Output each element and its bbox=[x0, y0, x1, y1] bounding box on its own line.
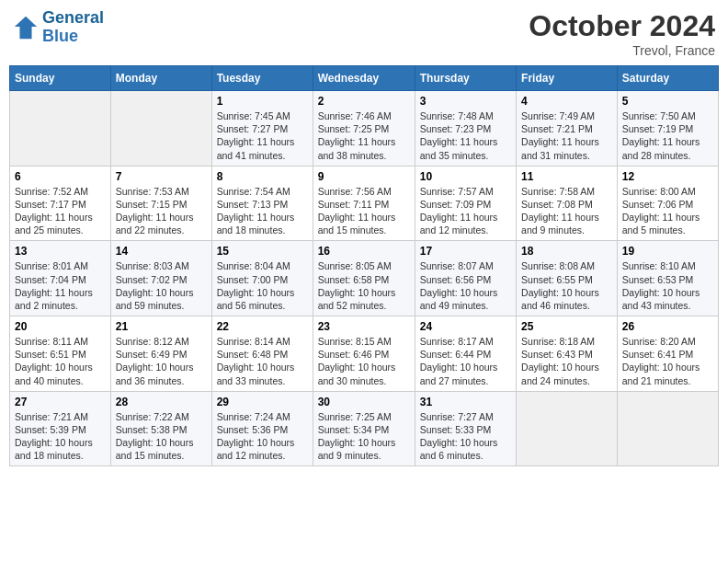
calendar-cell: 26Sunrise: 8:20 AM Sunset: 6:41 PM Dayli… bbox=[617, 316, 718, 392]
calendar-cell: 22Sunrise: 8:14 AM Sunset: 6:48 PM Dayli… bbox=[211, 316, 313, 392]
day-info: Sunrise: 7:54 AM Sunset: 7:13 PM Dayligh… bbox=[217, 185, 308, 237]
day-number: 23 bbox=[318, 320, 410, 333]
calendar-week-row: 1Sunrise: 7:45 AM Sunset: 7:27 PM Daylig… bbox=[10, 91, 719, 167]
day-number: 11 bbox=[521, 170, 612, 183]
calendar-cell: 31Sunrise: 7:27 AM Sunset: 5:33 PM Dayli… bbox=[415, 391, 516, 466]
weekday-header-cell: Thursday bbox=[415, 66, 516, 91]
calendar-week-row: 20Sunrise: 8:11 AM Sunset: 6:51 PM Dayli… bbox=[10, 316, 719, 392]
day-number: 8 bbox=[217, 170, 308, 183]
calendar-cell: 15Sunrise: 8:04 AM Sunset: 7:00 PM Dayli… bbox=[211, 241, 313, 316]
day-info: Sunrise: 8:18 AM Sunset: 6:43 PM Dayligh… bbox=[521, 335, 612, 387]
logo: General Blue bbox=[13, 9, 104, 46]
day-number: 29 bbox=[217, 396, 308, 408]
day-info: Sunrise: 8:04 AM Sunset: 7:00 PM Dayligh… bbox=[217, 259, 308, 312]
day-number: 3 bbox=[420, 95, 511, 108]
day-number: 19 bbox=[622, 245, 713, 258]
day-number: 7 bbox=[116, 170, 207, 183]
calendar-cell: 21Sunrise: 8:12 AM Sunset: 6:49 PM Dayli… bbox=[110, 316, 211, 392]
calendar-cell: 3Sunrise: 7:48 AM Sunset: 7:23 PM Daylig… bbox=[415, 91, 516, 167]
calendar-cell: 18Sunrise: 8:08 AM Sunset: 6:55 PM Dayli… bbox=[517, 241, 618, 316]
weekday-header-cell: Sunday bbox=[10, 66, 111, 91]
day-number: 6 bbox=[15, 170, 106, 183]
day-number: 2 bbox=[318, 95, 410, 108]
day-info: Sunrise: 8:17 AM Sunset: 6:44 PM Dayligh… bbox=[420, 335, 511, 387]
calendar-cell: 12Sunrise: 8:00 AM Sunset: 7:06 PM Dayli… bbox=[617, 166, 718, 241]
day-number: 4 bbox=[521, 95, 612, 108]
day-number: 12 bbox=[622, 170, 713, 183]
day-info: Sunrise: 8:12 AM Sunset: 6:49 PM Dayligh… bbox=[116, 335, 207, 387]
calendar-cell: 27Sunrise: 7:21 AM Sunset: 5:39 PM Dayli… bbox=[10, 391, 111, 466]
day-info: Sunrise: 8:05 AM Sunset: 6:58 PM Dayligh… bbox=[318, 259, 410, 312]
calendar-cell: 10Sunrise: 7:57 AM Sunset: 7:09 PM Dayli… bbox=[415, 166, 516, 241]
day-info: Sunrise: 7:24 AM Sunset: 5:36 PM Dayligh… bbox=[217, 410, 308, 463]
day-info: Sunrise: 7:50 AM Sunset: 7:19 PM Dayligh… bbox=[622, 109, 713, 162]
weekday-header-cell: Tuesday bbox=[211, 66, 313, 91]
calendar-cell bbox=[517, 391, 618, 466]
weekday-header-cell: Friday bbox=[517, 66, 618, 91]
day-info: Sunrise: 8:03 AM Sunset: 7:02 PM Dayligh… bbox=[116, 259, 207, 312]
calendar-week-row: 6Sunrise: 7:52 AM Sunset: 7:17 PM Daylig… bbox=[10, 166, 719, 241]
calendar-cell: 8Sunrise: 7:54 AM Sunset: 7:13 PM Daylig… bbox=[211, 166, 313, 241]
calendar-cell: 24Sunrise: 8:17 AM Sunset: 6:44 PM Dayli… bbox=[415, 316, 516, 392]
day-info: Sunrise: 7:22 AM Sunset: 5:38 PM Dayligh… bbox=[116, 410, 207, 463]
weekday-header-cell: Wednesday bbox=[313, 66, 415, 91]
calendar-cell: 19Sunrise: 8:10 AM Sunset: 6:53 PM Dayli… bbox=[617, 241, 718, 316]
day-number: 1 bbox=[217, 95, 308, 108]
calendar-cell: 25Sunrise: 8:18 AM Sunset: 6:43 PM Dayli… bbox=[517, 316, 618, 392]
day-info: Sunrise: 7:48 AM Sunset: 7:23 PM Dayligh… bbox=[420, 109, 511, 162]
day-number: 17 bbox=[420, 245, 511, 258]
day-info: Sunrise: 8:14 AM Sunset: 6:48 PM Dayligh… bbox=[217, 335, 308, 387]
day-info: Sunrise: 7:52 AM Sunset: 7:17 PM Dayligh… bbox=[15, 185, 106, 237]
calendar-week-row: 13Sunrise: 8:01 AM Sunset: 7:04 PM Dayli… bbox=[10, 241, 719, 316]
weekday-header-row: SundayMondayTuesdayWednesdayThursdayFrid… bbox=[10, 66, 719, 91]
day-info: Sunrise: 7:58 AM Sunset: 7:08 PM Dayligh… bbox=[521, 185, 612, 237]
calendar-cell: 14Sunrise: 8:03 AM Sunset: 7:02 PM Dayli… bbox=[110, 241, 211, 316]
calendar-cell: 28Sunrise: 7:22 AM Sunset: 5:38 PM Dayli… bbox=[110, 391, 211, 466]
calendar-cell: 2Sunrise: 7:46 AM Sunset: 7:25 PM Daylig… bbox=[313, 91, 415, 167]
day-number: 14 bbox=[116, 245, 207, 258]
day-number: 31 bbox=[420, 396, 511, 408]
day-number: 18 bbox=[521, 245, 612, 258]
calendar-cell: 16Sunrise: 8:05 AM Sunset: 6:58 PM Dayli… bbox=[313, 241, 415, 316]
day-info: Sunrise: 7:21 AM Sunset: 5:39 PM Dayligh… bbox=[15, 410, 106, 463]
calendar-body: 1Sunrise: 7:45 AM Sunset: 7:27 PM Daylig… bbox=[10, 91, 719, 466]
calendar-cell: 7Sunrise: 7:53 AM Sunset: 7:15 PM Daylig… bbox=[110, 166, 211, 241]
calendar-cell: 23Sunrise: 8:15 AM Sunset: 6:46 PM Dayli… bbox=[313, 316, 415, 392]
day-info: Sunrise: 7:53 AM Sunset: 7:15 PM Dayligh… bbox=[116, 185, 207, 237]
logo-text: General Blue bbox=[42, 9, 104, 46]
day-number: 21 bbox=[116, 320, 207, 333]
day-number: 10 bbox=[420, 170, 511, 183]
day-number: 20 bbox=[15, 320, 106, 333]
day-number: 24 bbox=[420, 320, 511, 333]
day-number: 5 bbox=[622, 95, 713, 108]
day-info: Sunrise: 8:11 AM Sunset: 6:51 PM Dayligh… bbox=[15, 335, 106, 387]
day-number: 25 bbox=[521, 320, 612, 333]
calendar-cell bbox=[10, 91, 111, 167]
calendar-cell bbox=[110, 91, 211, 167]
location-label: Trevol, France bbox=[529, 43, 715, 58]
day-number: 26 bbox=[622, 320, 713, 333]
day-info: Sunrise: 7:45 AM Sunset: 7:27 PM Dayligh… bbox=[217, 109, 308, 162]
calendar-cell bbox=[617, 391, 718, 466]
calendar-cell: 1Sunrise: 7:45 AM Sunset: 7:27 PM Daylig… bbox=[211, 91, 313, 167]
calendar-week-row: 27Sunrise: 7:21 AM Sunset: 5:39 PM Dayli… bbox=[10, 391, 719, 466]
calendar-cell: 17Sunrise: 8:07 AM Sunset: 6:56 PM Dayli… bbox=[415, 241, 516, 316]
day-number: 15 bbox=[217, 245, 308, 258]
calendar-cell: 9Sunrise: 7:56 AM Sunset: 7:11 PM Daylig… bbox=[313, 166, 415, 241]
page-header: General Blue October 2024 Trevol, France bbox=[9, 9, 719, 58]
day-info: Sunrise: 8:15 AM Sunset: 6:46 PM Dayligh… bbox=[318, 335, 410, 387]
day-info: Sunrise: 7:57 AM Sunset: 7:09 PM Dayligh… bbox=[420, 185, 511, 237]
day-info: Sunrise: 8:07 AM Sunset: 6:56 PM Dayligh… bbox=[420, 259, 511, 312]
calendar-cell: 11Sunrise: 7:58 AM Sunset: 7:08 PM Dayli… bbox=[517, 166, 618, 241]
calendar-cell: 13Sunrise: 8:01 AM Sunset: 7:04 PM Dayli… bbox=[10, 241, 111, 316]
svg-marker-0 bbox=[15, 17, 37, 39]
calendar-cell: 4Sunrise: 7:49 AM Sunset: 7:21 PM Daylig… bbox=[517, 91, 618, 167]
weekday-header-cell: Monday bbox=[110, 66, 211, 91]
day-info: Sunrise: 8:20 AM Sunset: 6:41 PM Dayligh… bbox=[622, 335, 713, 387]
day-info: Sunrise: 7:25 AM Sunset: 5:34 PM Dayligh… bbox=[318, 410, 410, 463]
day-info: Sunrise: 7:27 AM Sunset: 5:33 PM Dayligh… bbox=[420, 410, 511, 463]
weekday-header-cell: Saturday bbox=[617, 66, 718, 91]
title-block: October 2024 Trevol, France bbox=[529, 9, 715, 58]
calendar-cell: 30Sunrise: 7:25 AM Sunset: 5:34 PM Dayli… bbox=[313, 391, 415, 466]
day-number: 9 bbox=[318, 170, 410, 183]
